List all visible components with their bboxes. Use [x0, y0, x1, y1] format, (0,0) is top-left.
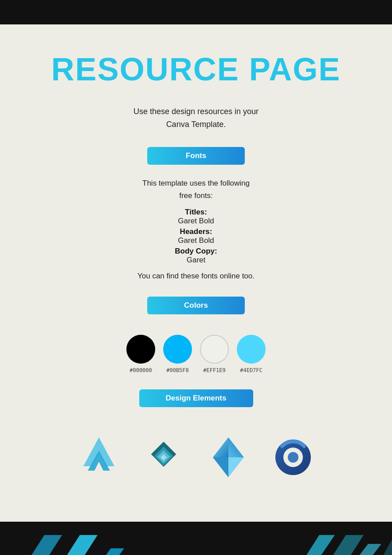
colors-badge: Colors	[147, 297, 245, 314]
svg-point-11	[288, 452, 298, 463]
color-item-black: #000000	[126, 335, 155, 373]
swatch-black	[126, 335, 155, 364]
design-icon-3	[204, 433, 253, 482]
top-bar	[0, 0, 392, 24]
color-item-blue: #00B5F8	[163, 335, 192, 373]
bottom-bar	[0, 522, 392, 555]
headers-row: Headers: Garet Bold	[137, 227, 255, 245]
svg-marker-6	[213, 437, 228, 457]
fonts-badge: Fonts	[147, 147, 245, 165]
fonts-section: This template uses the following free fo…	[137, 177, 255, 281]
svg-marker-8	[213, 457, 228, 477]
design-elements-section: Design Elements	[74, 389, 318, 482]
design-icon-2	[139, 433, 188, 482]
colors-section: Colors #000000 #00B5F8 #EFF1E9 #4ED7FC	[126, 297, 266, 373]
titles-row: Titles: Garet Bold	[137, 208, 255, 226]
body-row: Body Copy: Garet	[137, 247, 255, 265]
design-icons	[74, 433, 318, 482]
design-icon-4	[269, 433, 318, 482]
svg-marker-18	[284, 535, 335, 555]
svg-marker-7	[228, 437, 244, 457]
color-item-lightblue: #4ED7FC	[237, 335, 266, 373]
design-icon-1	[74, 433, 123, 482]
main-content: RESOURCE PAGE Use these design resources…	[0, 24, 392, 522]
svg-marker-9	[228, 457, 244, 477]
page-title: RESOURCE PAGE	[51, 51, 341, 87]
color-item-white: #EFF1E9	[200, 335, 229, 373]
svg-marker-13	[9, 535, 62, 555]
color-swatches: #000000 #00B5F8 #EFF1E9 #4ED7FC	[126, 335, 266, 373]
swatch-blue	[163, 335, 192, 364]
design-elements-badge: Design Elements	[139, 389, 253, 407]
swatch-white	[200, 335, 229, 364]
subtitle: Use these design resources in your Canva…	[133, 105, 259, 131]
swatch-lightblue	[237, 335, 266, 364]
